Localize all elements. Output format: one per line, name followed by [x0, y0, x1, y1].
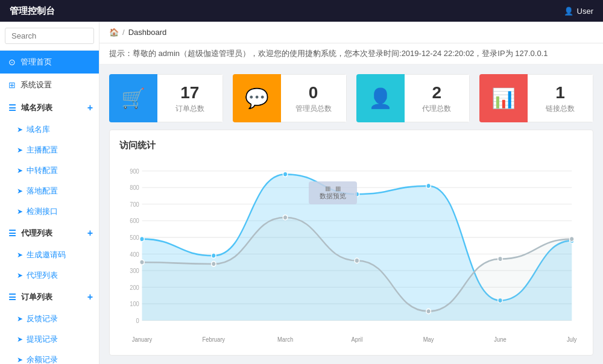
stat-icon-admins: 💬: [233, 74, 281, 122]
svg-point-34: [140, 260, 145, 265]
notice-bar: 提示：尊敬的 admin（超级伽逵管理员），欢迎您的使用捷豹系统，您本次登录时间…: [99, 43, 603, 64]
menu-icon-system-settings: ⊞: [8, 80, 16, 90]
svg-point-30: [355, 192, 359, 196]
sidebar-sub-domain-db[interactable]: ➤域名库: [0, 119, 99, 140]
add-icon-domain-list[interactable]: +: [87, 102, 93, 113]
stat-number-agents: 2: [432, 83, 442, 103]
stat-number-admins: 0: [309, 83, 318, 103]
svg-point-28: [212, 253, 216, 258]
svg-text:January: January: [132, 336, 152, 343]
sub-label-balance-records: 余额记录: [27, 354, 58, 364]
sidebar-sub-relay-config[interactable]: ➤中转配置: [0, 160, 99, 181]
add-icon-agent-list[interactable]: +: [87, 228, 93, 239]
sub-arrow-host-config: ➤: [17, 146, 23, 154]
svg-point-37: [355, 258, 359, 263]
svg-text:May: May: [423, 336, 434, 343]
svg-text:900: 900: [130, 168, 139, 175]
stat-icon-links: 📊: [479, 74, 528, 122]
stat-label-links: 链接总数: [546, 104, 575, 114]
svg-text:0: 0: [136, 317, 140, 324]
stat-label-admins: 管理员总数: [295, 104, 332, 114]
svg-text:300: 300: [130, 268, 139, 275]
sub-arrow-withdrawal-records: ➤: [17, 335, 23, 344]
stat-icon-agents: 👤: [356, 74, 405, 122]
stat-card-orders: 🛒 17 订单总数: [109, 74, 223, 122]
sidebar-section-agent-list[interactable]: ☰代理列表+: [0, 222, 99, 245]
sub-label-detection-interface: 检测接口: [27, 206, 58, 217]
svg-point-40: [569, 237, 574, 242]
svg-point-27: [140, 237, 145, 242]
sidebar-sub-withdrawal-records[interactable]: ➤提现记录: [0, 329, 99, 350]
topbar: 管理控制台 👤 User: [0, 0, 603, 22]
sidebar-item-system-settings[interactable]: ⊞系统设置: [0, 74, 99, 96]
svg-text:600: 600: [130, 218, 139, 225]
search-input[interactable]: [5, 28, 94, 44]
breadcrumb: 🏠 / Dashboard: [99, 22, 603, 43]
main-layout: ⊙管理首页⊞系统设置☰域名列表+➤域名库➤主播配置➤中转配置➤落地配置➤检测接口…: [0, 22, 603, 364]
svg-point-36: [283, 215, 288, 220]
section-label-order-list: 订单列表: [21, 292, 52, 303]
svg-text:July: July: [567, 336, 577, 343]
chart-title: 访问统计: [119, 140, 583, 151]
sidebar-menu: ⊙管理首页⊞系统设置☰域名列表+➤域名库➤主播配置➤中转配置➤落地配置➤检测接口…: [0, 51, 99, 364]
sidebar-sub-gen-invite[interactable]: ➤生成邀请码: [0, 245, 99, 265]
sidebar-section-order-list[interactable]: ☰订单列表+: [0, 286, 99, 309]
sidebar-sub-detection-interface[interactable]: ➤检测接口: [0, 201, 99, 222]
svg-point-29: [283, 172, 288, 177]
sidebar-sub-host-config[interactable]: ➤主播配置: [0, 140, 99, 160]
sidebar: ⊙管理首页⊞系统设置☰域名列表+➤域名库➤主播配置➤中转配置➤落地配置➤检测接口…: [0, 22, 99, 364]
svg-text:February: February: [203, 336, 226, 343]
notice-text: 提示：尊敬的 admin（超级伽逵管理员），欢迎您的使用捷豹系统，您本次登录时间…: [109, 49, 548, 58]
sidebar-section-domain-list[interactable]: ☰域名列表+: [0, 96, 99, 119]
svg-text:June: June: [494, 336, 507, 343]
chart-section: 访问统计 0100200300400500600700800900January…: [109, 130, 593, 356]
sidebar-sub-feedback-records[interactable]: ➤反馈记录: [0, 309, 99, 329]
sub-arrow-feedback-records: ➤: [17, 315, 23, 323]
stat-card-admins: 💬 0 管理员总数: [233, 74, 347, 122]
section-icon-order-list: ☰: [8, 292, 16, 302]
chart-container: 0100200300400500600700800900JanuaryFebru…: [119, 158, 583, 345]
sub-label-landing-config: 落地配置: [27, 186, 58, 196]
user-menu[interactable]: 👤 User: [564, 7, 593, 16]
sub-arrow-domain-db: ➤: [17, 125, 23, 134]
sub-label-relay-config: 中转配置: [27, 165, 58, 176]
sidebar-search-container: [0, 22, 99, 51]
chart-svg: 0100200300400500600700800900JanuaryFebru…: [119, 158, 583, 345]
sub-arrow-balance-records: ➤: [17, 356, 23, 364]
breadcrumb-separator: /: [122, 28, 125, 37]
sidebar-sub-balance-records[interactable]: ➤余额记录: [0, 350, 99, 364]
svg-text:700: 700: [130, 201, 139, 208]
sidebar-item-admin-home[interactable]: ⊙管理首页: [0, 51, 99, 74]
sidebar-sub-agent-list-sub[interactable]: ➤代理列表: [0, 265, 99, 286]
svg-point-39: [498, 257, 503, 262]
stat-number-orders: 17: [180, 83, 199, 103]
section-icon-domain-list: ☰: [8, 103, 16, 113]
sub-arrow-gen-invite: ➤: [17, 251, 23, 259]
section-icon-agent-list: ☰: [8, 228, 16, 238]
stat-card-links: 📊 1 链接总数: [479, 74, 593, 122]
sub-arrow-detection-interface: ➤: [17, 207, 23, 216]
sub-label-gen-invite: 生成邀请码: [27, 249, 66, 260]
add-icon-order-list[interactable]: +: [87, 292, 93, 303]
stat-info-admins: 0 管理员总数: [281, 74, 347, 122]
sub-label-agent-list-sub: 代理列表: [27, 270, 58, 281]
sub-label-host-config: 主播配置: [27, 145, 58, 155]
breadcrumb-home-icon[interactable]: 🏠: [109, 28, 119, 37]
sub-label-domain-db: 域名库: [27, 124, 50, 135]
stat-card-agents: 👤 2 代理总数: [356, 74, 470, 122]
menu-icon-admin-home: ⊙: [8, 57, 16, 67]
section-label-agent-list: 代理列表: [21, 228, 52, 239]
stat-number-links: 1: [555, 83, 565, 103]
sub-arrow-relay-config: ➤: [17, 166, 23, 175]
stat-icon-orders: 🛒: [109, 74, 157, 122]
stat-label-orders: 订单总数: [175, 104, 204, 114]
section-label-domain-list: 域名列表: [21, 102, 52, 113]
stat-cards: 🛒 17 订单总数 💬 0 管理员总数 👤 2 代理总数 📊 1 链接总数: [99, 64, 603, 130]
sub-arrow-agent-list-sub: ➤: [17, 271, 23, 280]
app-title: 管理控制台: [10, 5, 55, 17]
menu-label-admin-home: 管理首页: [21, 57, 52, 67]
sidebar-sub-landing-config[interactable]: ➤落地配置: [0, 181, 99, 201]
stat-label-agents: 代理总数: [422, 104, 451, 114]
svg-text:March: March: [277, 336, 293, 343]
sub-label-withdrawal-records: 提现记录: [27, 334, 58, 345]
